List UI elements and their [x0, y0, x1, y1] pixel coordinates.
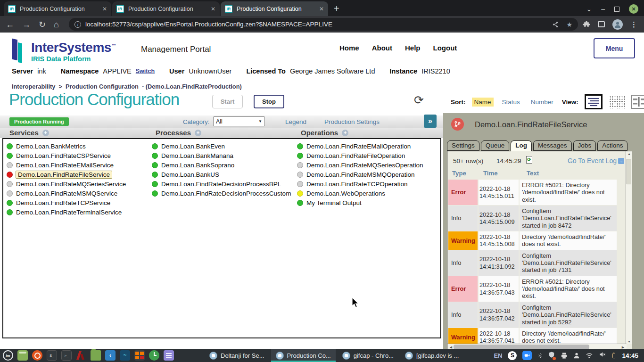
breadcrumb-root[interactable]: Interoperability: [12, 83, 55, 90]
tab-close-icon[interactable]: ✕: [102, 6, 107, 12]
home-button[interactable]: ⌂: [54, 20, 59, 29]
nav-link[interactable]: Logout: [433, 44, 457, 52]
browser-tab[interactable]: IR Production Configuration ✕: [221, 1, 328, 16]
volume-muted-icon[interactable]: [599, 351, 606, 360]
wave-app-icon[interactable]: ~: [120, 350, 130, 361]
tab-close-icon[interactable]: ✕: [211, 6, 215, 12]
config-item[interactable]: Demo.Loan.BankSoprano: [152, 160, 291, 170]
nav-link[interactable]: Home: [339, 44, 359, 52]
panel-tab[interactable]: Jobs: [573, 140, 596, 151]
shield-icon[interactable]: [548, 351, 555, 360]
nav-link[interactable]: Help: [405, 44, 421, 52]
config-item[interactable]: Demo.Loan.FindRateTCPOperation: [297, 179, 423, 189]
video-call-icon[interactable]: [522, 351, 532, 360]
config-item[interactable]: Demo.Loan.FindRateMSMQService: [7, 189, 126, 198]
add-operation-icon[interactable]: +: [342, 130, 348, 136]
nav-link[interactable]: About: [372, 44, 392, 52]
switch-link[interactable]: Switch: [136, 68, 155, 74]
stop-button[interactable]: Stop: [254, 95, 284, 108]
add-service-icon[interactable]: +: [42, 130, 49, 136]
view-grid-icon[interactable]: [609, 95, 625, 108]
config-item[interactable]: Demo.Loan.FindRateDecisionProcessCustom: [152, 189, 291, 198]
url-text[interactable]: localhost:52773/csp/applive/EnsPortal.Pr…: [85, 21, 547, 28]
config-item[interactable]: Demo.Loan.FindRateTerminalService: [7, 207, 126, 217]
config-item[interactable]: My Terminal Output: [297, 198, 423, 207]
config-item[interactable]: Demo.Loan.FindRateTCPService: [7, 198, 126, 207]
side-panel-icon[interactable]: [598, 21, 605, 27]
config-item[interactable]: Demo.Loan.BankMetrics: [7, 141, 126, 151]
bookmark-star-icon[interactable]: ★: [566, 21, 572, 28]
taskbar-window-button[interactable]: Production Co...: [271, 349, 336, 362]
config-item[interactable]: Demo.Loan.FindRateEMailService: [7, 160, 126, 170]
panel-tab[interactable]: Queue: [481, 140, 510, 151]
config-item[interactable]: Demo.Loan.FindRateFileOperation: [297, 151, 423, 160]
share-icon[interactable]: [552, 21, 559, 28]
files-icon[interactable]: [17, 350, 28, 361]
folder-icon[interactable]: [91, 350, 101, 361]
red-app-icon[interactable]: [76, 350, 86, 361]
keyboard-layout-indicator[interactable]: EN: [494, 352, 502, 359]
taskbar-clock[interactable]: 14:45: [622, 352, 638, 359]
sort-option[interactable]: Name: [472, 98, 494, 107]
notes-icon[interactable]: [164, 350, 174, 361]
tab-close-icon[interactable]: ✕: [319, 6, 324, 12]
view-split-icon[interactable]: [631, 95, 644, 109]
vertical-scroll-thumb[interactable]: [627, 159, 631, 184]
browser-tab[interactable]: IR Production Configuration ✕: [112, 1, 220, 16]
panel-tab[interactable]: Actions: [597, 140, 627, 151]
external-link-icon[interactable]: →: [618, 158, 624, 164]
new-tab-button[interactable]: +: [334, 4, 339, 13]
profile-avatar[interactable]: [612, 19, 623, 30]
tab-search-chevron-icon[interactable]: ⌄: [586, 5, 592, 13]
add-process-icon[interactable]: +: [195, 130, 201, 136]
clock-app-icon[interactable]: [149, 350, 159, 361]
battery-icon[interactable]: [611, 352, 616, 359]
legend-link[interactable]: Legend: [285, 118, 306, 125]
config-item[interactable]: Demo.Loan.BankEven: [152, 141, 291, 151]
taskbar-window-button[interactable]: Deltanji for Se...: [205, 349, 269, 362]
close-window-button[interactable]: ✕: [629, 4, 638, 14]
view-list-icon[interactable]: [585, 94, 603, 109]
panel-tab[interactable]: Messages: [533, 140, 572, 151]
config-item[interactable]: Demo.Loan.FindRateMQSeriesService: [7, 179, 126, 189]
extensions-puzzle-icon[interactable]: [583, 21, 590, 28]
printer-icon[interactable]: [561, 352, 568, 359]
sort-option[interactable]: Status: [500, 98, 522, 107]
config-item[interactable]: Demo.Loan.FindRateEMailOperation: [297, 141, 423, 151]
config-item[interactable]: Demo.Loan.FindRateMQSeriesOperation: [297, 160, 423, 170]
minimize-button[interactable]: –: [601, 5, 605, 13]
site-info-icon[interactable]: i: [74, 21, 81, 28]
address-bar[interactable]: i localhost:52773/csp/applive/EnsPortal.…: [69, 18, 578, 31]
vscode-icon[interactable]: ‹: [105, 350, 116, 361]
panel-tab[interactable]: Log: [511, 140, 532, 151]
calculator-icon[interactable]: [134, 350, 145, 361]
terminal-icon[interactable]: $_: [47, 350, 57, 361]
taskbar-window-button[interactable]: gifcap - Chro...: [338, 349, 398, 362]
skype-icon[interactable]: S: [508, 351, 517, 360]
config-item[interactable]: Demo.Loan.WebOperations: [297, 189, 423, 198]
taskbar-window-button[interactable]: [gifcap.dev is ...: [400, 349, 463, 362]
refresh-spinner-icon[interactable]: ⟳: [414, 93, 424, 107]
scroll-down-icon[interactable]: ▼: [626, 340, 632, 343]
back-button[interactable]: ←: [6, 20, 14, 29]
config-item[interactable]: Demo.Loan.BankUS: [152, 170, 291, 179]
mint-menu-icon[interactable]: lm: [3, 350, 13, 361]
user-icon[interactable]: [573, 352, 580, 359]
go-to-event-log-link[interactable]: Go To Event Log: [568, 157, 617, 165]
config-item[interactable]: Demo.Loan.FindRateDecisionProcessBPL: [152, 179, 291, 189]
category-select[interactable]: All ▼: [213, 116, 265, 126]
scroll-up-icon[interactable]: ▲: [626, 152, 632, 156]
sort-option[interactable]: Number: [528, 98, 556, 107]
reload-button[interactable]: ↻: [39, 20, 46, 29]
wifi-icon[interactable]: [586, 353, 593, 359]
panel-tab[interactable]: Settings: [447, 140, 479, 151]
menu-button[interactable]: Menu: [594, 38, 635, 58]
start-button[interactable]: Start: [212, 95, 243, 108]
expand-panel-button[interactable]: »: [424, 115, 437, 128]
config-item[interactable]: Demo.Loan.FindRateMSMQOperation: [297, 170, 423, 179]
config-item[interactable]: Demo.Loan.FindRateFileService: [7, 170, 126, 179]
config-item[interactable]: Demo.Loan.FindRateCSPService: [7, 151, 126, 160]
forward-button[interactable]: →: [22, 20, 31, 29]
config-item[interactable]: Demo.Loan.BankManana: [152, 151, 291, 160]
browser-tab[interactable]: IR Production Configuration ✕: [4, 1, 111, 16]
